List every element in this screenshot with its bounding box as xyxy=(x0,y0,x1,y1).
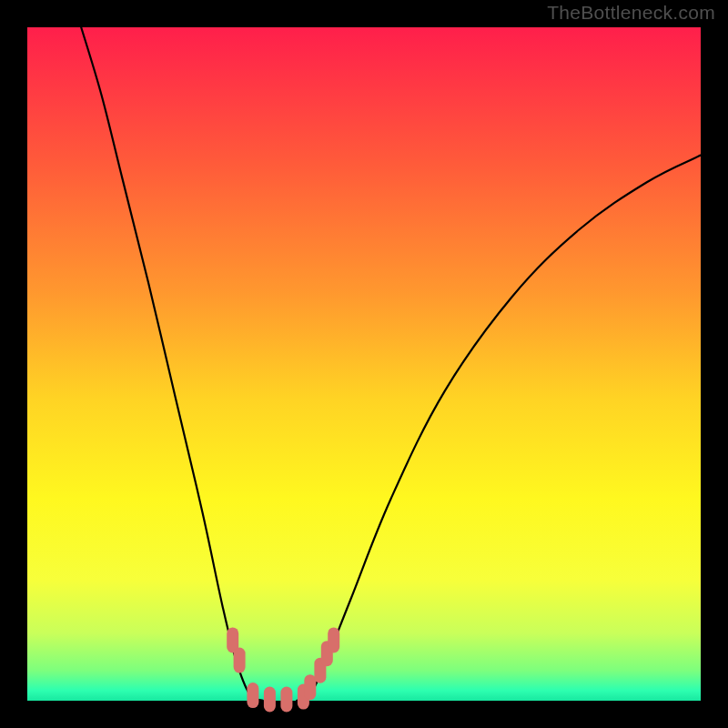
marker-dot xyxy=(280,687,292,713)
chart-stage: TheBottleneck.com xyxy=(0,0,728,728)
gradient-background xyxy=(27,27,701,701)
marker-dot xyxy=(264,687,276,713)
watermark-text: TheBottleneck.com xyxy=(547,2,715,24)
marker-dot xyxy=(304,674,316,700)
bottleneck-chart xyxy=(0,0,728,728)
marker-dot xyxy=(234,648,246,673)
marker-dot xyxy=(328,627,339,652)
marker-dot xyxy=(247,682,258,708)
